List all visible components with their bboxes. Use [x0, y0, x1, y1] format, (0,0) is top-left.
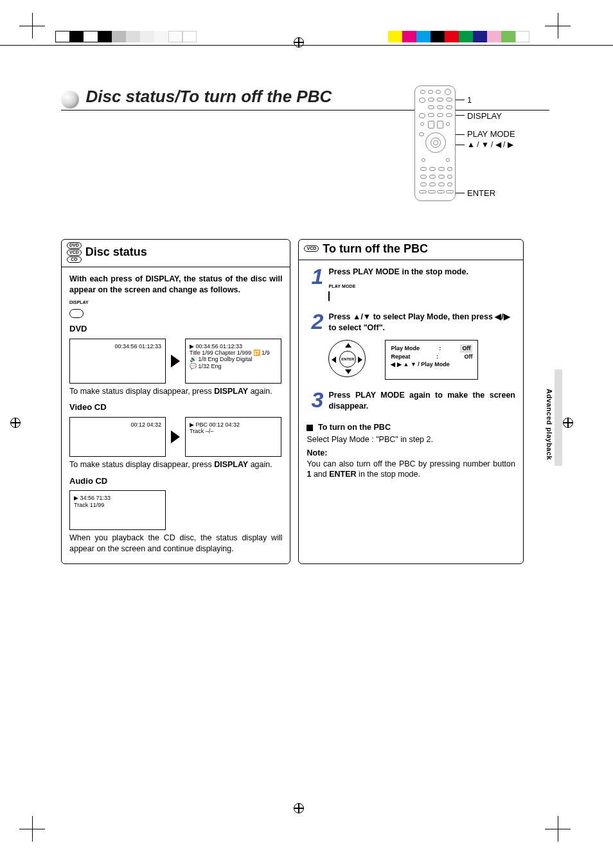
dvd-screen-1: 00:34:56 01:12:33	[69, 339, 166, 384]
format-badges: DVD VCD CD	[67, 242, 82, 263]
arrow-right-icon	[171, 355, 180, 368]
remote-label-playmode: PLAY MODE	[467, 129, 515, 139]
acd-note: When you playback the CD disc, the statu…	[69, 533, 282, 554]
vcd-note: To make status display disappear, press …	[69, 459, 282, 470]
disc-status-intro: With each press of DISPLAY, the status o…	[69, 274, 282, 296]
registration-mark-left	[10, 418, 21, 428]
pbc-section: VCD To turn off the PBC 1 Press PLAY MOD…	[298, 239, 524, 564]
registration-mark-right	[563, 418, 573, 428]
turn-on-heading: To turn on the PBC	[306, 422, 515, 433]
playmode-btn-label: PLAY MODE	[328, 284, 355, 288]
remote-label-1: 1	[467, 95, 472, 105]
dvd-note: To make status display disappear, press …	[69, 386, 282, 397]
dvd-heading: DVD	[69, 323, 282, 335]
disc-status-section: DVD VCD CD Disc status With each press o…	[61, 239, 290, 564]
crop-mark	[545, 816, 571, 842]
remote-diagram: 1 DISPLAY PLAY MODE ▲ / ▼ / ◀ / ▶ ENTER	[414, 85, 562, 201]
print-color-bars	[0, 31, 613, 42]
title-orb-icon	[61, 91, 79, 109]
vcd-heading: Video CD	[69, 402, 282, 413]
step-1-number: 1	[306, 267, 323, 302]
note-heading: Note:	[306, 448, 515, 459]
badge-dvd: DVD	[67, 242, 82, 249]
badge-vcd-right: VCD	[304, 245, 319, 252]
dvd-screen-2: ▶ 00:34:56 01:12:33 Title 1/99 Chapter 1…	[185, 339, 281, 384]
display-btn-label: DISPLAY	[69, 299, 282, 305]
page-title: Disc status/To turn off the PBC	[85, 87, 332, 106]
arrow-right-icon	[171, 430, 180, 443]
pbc-heading: To turn off the PBC	[323, 242, 428, 256]
badge-cd: CD	[67, 256, 82, 263]
dpad-icon: ENTER	[328, 340, 366, 377]
registration-mark-bottom	[294, 803, 304, 813]
step-1: 1 Press PLAY MODE in the stop mode. PLAY…	[306, 267, 515, 302]
crop-mark	[19, 816, 45, 842]
side-tab-label: Advanced playback	[546, 389, 553, 460]
step-2-number: 2	[306, 312, 323, 380]
disc-status-heading: Disc status	[85, 245, 147, 259]
osd-playmode: Play Mode : Off Repeat : Off ◀ ▶ ▲ ▼ / P…	[385, 340, 478, 380]
side-tab-stripe	[555, 369, 562, 466]
step-2: 2 Press ▲/▼ to select Play Mode, then pr…	[306, 312, 515, 380]
acd-screen: ▶ 34:56 71:33 Track 11/99	[69, 490, 166, 530]
square-bullet-icon	[306, 425, 313, 431]
note-body: You can also turn off the PBC by pressin…	[306, 459, 515, 481]
badge-vcd: VCD	[67, 249, 82, 256]
vcd-screen-1: 00:12 04:32	[69, 417, 166, 457]
turn-on-body: Select Play Mode : "PBC" in step 2.	[306, 434, 515, 445]
remote-label-enter: ENTER	[467, 188, 495, 198]
crop-mark	[19, 13, 45, 39]
remote-label-display: DISPLAY	[467, 111, 502, 121]
step-1-text: Press PLAY MODE in the stop mode.	[328, 267, 468, 276]
remote-label-arrows: ▲ / ▼ / ◀ / ▶	[467, 140, 513, 149]
step-3-text: Press PLAY MODE again to make the screen…	[328, 390, 515, 412]
step-3-number: 3	[306, 390, 323, 412]
display-button-icon	[69, 309, 84, 318]
vcd-screen-2: ▶ PBC 00:12 04:32 Track –/–	[185, 417, 281, 457]
step-3: 3 Press PLAY MODE again to make the scre…	[306, 390, 515, 412]
acd-heading: Audio CD	[69, 475, 282, 487]
registration-mark-top	[294, 37, 304, 48]
crop-mark	[545, 13, 571, 39]
playmode-button-icon	[328, 291, 330, 301]
top-rule	[0, 45, 613, 46]
